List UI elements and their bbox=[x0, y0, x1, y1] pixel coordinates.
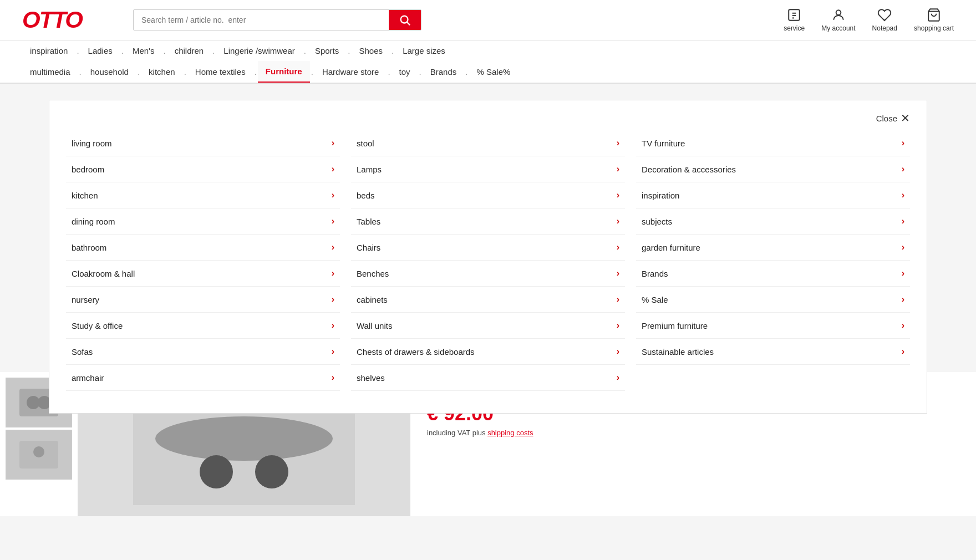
dropdown-item-chairs[interactable]: Chairs › bbox=[351, 235, 625, 261]
dropdown-item-nursery[interactable]: nursery › bbox=[66, 287, 340, 313]
dropdown-item-tables[interactable]: Tables › bbox=[351, 208, 625, 235]
chevron-right-icon: › bbox=[902, 216, 904, 226]
chevron-right-icon: › bbox=[902, 242, 904, 252]
thumbnail-2[interactable] bbox=[6, 430, 72, 480]
dropdown-item-cloakroom[interactable]: Cloakroom & hall › bbox=[66, 261, 340, 287]
chevron-right-icon: › bbox=[902, 347, 904, 357]
dropdown-item-garden-furniture[interactable]: garden furniture › bbox=[636, 235, 910, 261]
chevron-right-icon: › bbox=[617, 242, 619, 252]
furniture-dropdown: Close ✕ living room › bedroom › kitchen … bbox=[49, 100, 927, 414]
dropdown-item-wall-units[interactable]: Wall units › bbox=[351, 313, 625, 339]
dropdown-item-benches[interactable]: Benches › bbox=[351, 261, 625, 287]
dropdown-item-cabinets[interactable]: cabinets › bbox=[351, 287, 625, 313]
chevron-right-icon: › bbox=[902, 320, 904, 330]
dropdown-item-dining-room[interactable]: dining room › bbox=[66, 208, 340, 235]
shipping-costs-link[interactable]: shipping costs bbox=[487, 429, 533, 437]
dropdown-item-lamps[interactable]: Lamps › bbox=[351, 156, 625, 182]
nav-item-household[interactable]: household bbox=[83, 62, 136, 82]
nav-item-sports[interactable]: Sports bbox=[307, 40, 347, 61]
svg-point-6 bbox=[836, 10, 841, 15]
service-icon-item[interactable]: service bbox=[784, 8, 805, 32]
dropdown-item-sofas[interactable]: Sofas › bbox=[66, 339, 340, 365]
chevron-right-icon: › bbox=[902, 268, 904, 278]
dropdown-item-sustainable[interactable]: Sustainable articles › bbox=[636, 339, 910, 365]
nav-item-children[interactable]: children bbox=[167, 40, 212, 61]
cart-icon-item[interactable]: shopping cart bbox=[914, 8, 954, 32]
close-icon[interactable]: ✕ bbox=[901, 111, 910, 125]
vat-text: including VAT plus bbox=[427, 429, 486, 437]
dropdown-item-armchair[interactable]: armchair › bbox=[66, 365, 340, 391]
chevron-right-icon: › bbox=[617, 164, 619, 174]
chevron-right-icon: › bbox=[332, 138, 334, 148]
nav-item-multimedia[interactable]: multimedia bbox=[22, 62, 78, 82]
dropdown-item-premium-furniture[interactable]: Premium furniture › bbox=[636, 313, 910, 339]
chevron-right-icon: › bbox=[902, 164, 904, 174]
svg-point-12 bbox=[33, 446, 44, 457]
nav-item-hardwarestore[interactable]: Hardware store bbox=[314, 62, 387, 82]
dropdown-col-2: stool › Lamps › beds › Tables › Chairs ›… bbox=[351, 130, 625, 391]
dropdown-item-chests[interactable]: Chests of drawers & sideboards › bbox=[351, 339, 625, 365]
chevron-right-icon: › bbox=[332, 242, 334, 252]
chevron-right-icon: › bbox=[617, 294, 619, 304]
chevron-right-icon: › bbox=[332, 347, 334, 357]
dropdown-col-3: TV furniture › Decoration & accessories … bbox=[636, 130, 910, 391]
dropdown-item-beds[interactable]: beds › bbox=[351, 182, 625, 208]
dropdown-item-tv-furniture[interactable]: TV furniture › bbox=[636, 130, 910, 156]
dropdown-item-subjects[interactable]: subjects › bbox=[636, 208, 910, 235]
dropdown-item-study-office[interactable]: Study & office › bbox=[66, 313, 340, 339]
chevron-right-icon: › bbox=[332, 320, 334, 330]
dropdown-item-shelves[interactable]: shelves › bbox=[351, 365, 625, 391]
nav-item-shoes[interactable]: Shoes bbox=[351, 40, 390, 61]
dropdown-item-inspiration[interactable]: inspiration › bbox=[636, 182, 910, 208]
chevron-right-icon: › bbox=[332, 190, 334, 200]
nav-item-mens[interactable]: Men's bbox=[125, 40, 162, 61]
chevron-right-icon: › bbox=[332, 373, 334, 383]
nav-item-hometextiles[interactable]: Home textiles bbox=[187, 62, 253, 82]
dropdown-col-1: living room › bedroom › kitchen › dining… bbox=[66, 130, 340, 391]
dropdown-item-bathroom[interactable]: bathroom › bbox=[66, 235, 340, 261]
nav-item-largesizes[interactable]: Large sizes bbox=[395, 40, 453, 61]
svg-point-14 bbox=[155, 416, 333, 461]
account-label: My account bbox=[821, 24, 855, 32]
chevron-right-icon: › bbox=[617, 138, 619, 148]
logo[interactable]: OTTO bbox=[22, 7, 122, 33]
search-button[interactable] bbox=[389, 10, 421, 30]
dropdown-item-kitchen[interactable]: kitchen › bbox=[66, 182, 340, 208]
chevron-right-icon: › bbox=[902, 190, 904, 200]
chevron-right-icon: › bbox=[902, 294, 904, 304]
nav-row-1: inspiration . Ladies . Men's . children … bbox=[22, 40, 954, 61]
vat-info: including VAT plus shipping costs bbox=[427, 429, 959, 437]
svg-point-15 bbox=[200, 455, 233, 488]
chevron-right-icon: › bbox=[617, 347, 619, 357]
nav-row-2: multimedia . household . kitchen . Home … bbox=[22, 61, 954, 83]
dropdown-item-brands[interactable]: Brands › bbox=[636, 261, 910, 287]
nav-item-sale[interactable]: % Sale% bbox=[469, 62, 518, 82]
chevron-right-icon: › bbox=[617, 373, 619, 383]
header: OTTO service My account bbox=[0, 0, 976, 40]
nav-item-furniture[interactable]: Furniture bbox=[258, 61, 310, 83]
chevron-right-icon: › bbox=[617, 320, 619, 330]
cart-label: shopping cart bbox=[914, 24, 954, 32]
dropdown-item-living-room[interactable]: living room › bbox=[66, 130, 340, 156]
chevron-right-icon: › bbox=[332, 164, 334, 174]
nav-item-lingerie[interactable]: Lingerie /swimwear bbox=[216, 40, 302, 61]
nav-item-toy[interactable]: toy bbox=[392, 62, 418, 82]
nav-item-kitchen[interactable]: kitchen bbox=[141, 62, 183, 82]
dropdown-item-stool[interactable]: stool › bbox=[351, 130, 625, 156]
notepad-icon-item[interactable]: Notepad bbox=[872, 8, 897, 32]
chevron-right-icon: › bbox=[617, 190, 619, 200]
account-icon-item[interactable]: My account bbox=[821, 8, 855, 32]
dropdown-item-sale[interactable]: % Sale › bbox=[636, 287, 910, 313]
search-bar bbox=[133, 9, 421, 30]
dropdown-close-btn[interactable]: Close ✕ bbox=[66, 111, 910, 125]
header-icons: service My account Notepad shopping cart bbox=[784, 8, 954, 32]
svg-point-16 bbox=[255, 455, 288, 488]
nav-item-inspiration[interactable]: inspiration bbox=[22, 40, 75, 61]
svg-rect-2 bbox=[789, 9, 800, 21]
dropdown-item-bedroom[interactable]: bedroom › bbox=[66, 156, 340, 182]
nav-item-ladies[interactable]: Ladies bbox=[80, 40, 120, 61]
dropdown-item-decoration[interactable]: Decoration & accessories › bbox=[636, 156, 910, 182]
search-input[interactable] bbox=[134, 10, 389, 30]
notepad-label: Notepad bbox=[872, 24, 897, 32]
nav-item-brands[interactable]: Brands bbox=[423, 62, 465, 82]
